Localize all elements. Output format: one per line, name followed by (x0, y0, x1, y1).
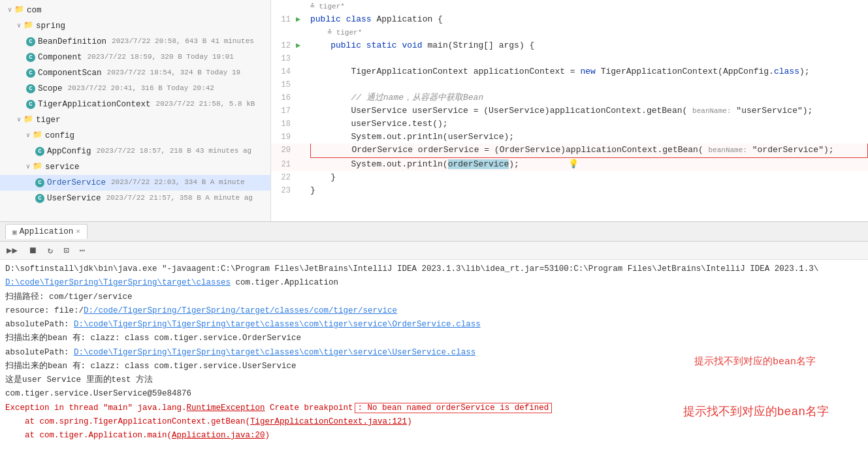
item-label: service (45, 161, 80, 174)
line-number: 12 (271, 39, 296, 52)
code-line[interactable]: 15 (271, 78, 868, 91)
sidebar-item-com[interactable]: ∨ 📁com (0, 3, 270, 18)
quickfix-icon[interactable]: 💡 (568, 158, 579, 171)
sidebar-item-AppConfig[interactable]: CAppConfig2023/7/22 18:57, 218 B 43 minu… (0, 144, 270, 159)
code-line[interactable]: 18 userService.test(); (271, 118, 868, 131)
code-line[interactable]: 17 UserService userService = (UserServic… (271, 104, 868, 118)
item-label: Component (38, 51, 82, 64)
sidebar-item-spring[interactable]: ∨ 📁spring (0, 18, 270, 34)
code-line[interactable]: 12▶ public static void main(String[] arg… (271, 39, 868, 52)
main-area: ∨ 📁com∨ 📁springCBeanDefinition2023/7/22 … (0, 0, 868, 222)
sidebar-item-Component[interactable]: CComponent2023/7/22 18:59, 320 B Today 1… (0, 50, 270, 65)
line-text: public class Application { (308, 13, 868, 26)
hint-text: 提示找不到对应的bean名字 (694, 354, 816, 371)
code-line[interactable]: 11▶public class Application { (271, 13, 868, 26)
code-line[interactable]: ≛ tiger* (271, 26, 868, 39)
keyword: class (774, 67, 799, 76)
item-meta: 2023/7/22 20:41, 316 B Today 20:42 (68, 83, 214, 95)
line-number: 11 (271, 13, 296, 26)
stack-trace-link[interactable]: TigerApplicationContext.java:121 (250, 417, 407, 426)
line-text: ≛ tiger* (308, 26, 868, 39)
line-text: TigerApplicationContext applicationConte… (308, 65, 868, 78)
console-text: absolutePath: D:\code\TigerSpring\TigerS… (5, 320, 481, 329)
console-line: com.tiger.service.UserService@59e84876 (5, 387, 863, 401)
restart-button[interactable]: ▶▶ (4, 243, 20, 257)
run-tab[interactable]: ▣ Application × (5, 224, 88, 239)
line-number: 19 (271, 131, 296, 144)
sidebar-item-ComponentScan[interactable]: CComponentScan2023/7/22 18:54, 324 B Tod… (0, 65, 270, 81)
code-line[interactable]: 16 // 通过name，从容器中获取Bean (271, 91, 868, 104)
item-label: UserService (47, 192, 101, 205)
console-text: absolutePath: D:\code\TigerSpring\TigerS… (5, 348, 475, 357)
stop-button[interactable]: ⏹ (25, 244, 40, 257)
console-link[interactable]: D:\code\TigerSpring\TigerSpring\target\c… (74, 348, 475, 357)
run-arrow-icon: ▶ (296, 39, 308, 52)
console-error: at com.spring.TigerApplicationContext.ge… (5, 417, 412, 426)
line-number: 13 (271, 52, 296, 65)
console-line: at com.spring.TigerApplicationContext.ge… (5, 415, 863, 429)
console-link[interactable]: D:\code\TigerSpring\TigerSpring\target\c… (5, 278, 231, 287)
console-line: at com.tiger.Application.main(Applicatio… (5, 429, 863, 443)
console-line: resource: file:/D:/code/TigerSpring/Tige… (5, 304, 863, 318)
sidebar-item-config[interactable]: ∨ 📁config (0, 128, 270, 144)
code-line[interactable]: 21 System.out.println(orderService);💡 (271, 158, 868, 171)
sidebar-item-BeanDefinition[interactable]: CBeanDefinition2023/7/22 20:58, 643 B 41… (0, 34, 270, 50)
line-text: System.out.println(orderService); (308, 158, 868, 171)
line-number: 15 (271, 78, 296, 91)
code-line[interactable]: 22 } (271, 171, 868, 184)
line-number: 20 (271, 144, 296, 157)
tab-close-button[interactable]: × (76, 228, 80, 236)
code-line[interactable]: 23} (271, 184, 868, 197)
keyword: new (580, 67, 595, 76)
param-hint: beanName: (709, 146, 747, 154)
item-label: ComponentScan (38, 67, 102, 80)
folder-chevron-icon: ∨ (26, 162, 30, 172)
console-error: at com.tiger.Application.main(Applicatio… (5, 431, 270, 440)
item-meta: 2023/7/22 18:54, 324 B Today 19 (107, 67, 241, 79)
console-text: resource: file:/D:/code/TigerSpring/Tige… (5, 306, 397, 315)
code-line[interactable]: 19 System.out.println(userService); (271, 131, 868, 144)
console-line: absolutePath: D:\code\TigerSpring\TigerS… (5, 318, 863, 332)
sidebar-item-service[interactable]: ∨ 📁service (0, 159, 270, 175)
pin-button[interactable]: ⊡ (61, 243, 71, 257)
console-text: com.tiger.service.UserService@59e84876 (5, 389, 191, 398)
file-tree[interactable]: ∨ 📁com∨ 📁springCBeanDefinition2023/7/22 … (0, 0, 271, 221)
console-error: Exception in thread "main" java.lang.Run… (5, 403, 552, 413)
item-meta: 2023/7/22 21:57, 358 B A minute ag (106, 193, 253, 204)
sidebar-item-tiger[interactable]: ∨ 📁tiger (0, 112, 270, 128)
line-number: 21 (271, 158, 296, 171)
folder-icon: 📁 (24, 20, 33, 32)
class-icon: C (26, 84, 35, 93)
code-line[interactable]: 13 (271, 52, 868, 65)
sidebar-item-OrderService[interactable]: COrderService2023/7/22 22:03, 334 B A mi… (0, 175, 270, 191)
item-meta: 2023/7/22 18:59, 320 B Today 19:01 (88, 52, 234, 63)
stack-trace-link2[interactable]: Application.java:20 (172, 431, 265, 440)
code-line[interactable]: 20 OrderService orderService = (OrderSer… (271, 144, 868, 158)
line-number: 14 (271, 65, 296, 78)
sidebar-item-TigerApplicationContext[interactable]: CTigerApplicationContext2023/7/22 21:58,… (0, 97, 270, 112)
more-button[interactable]: ⋯ (77, 243, 88, 257)
folder-chevron-icon: ∨ (17, 21, 21, 31)
console-text: com.tiger.Application (231, 278, 338, 287)
code-editor[interactable]: ≛ tiger*11▶public class Application { ≛ … (271, 0, 868, 221)
console-link[interactable]: D:\code\TigerSpring\TigerSpring\target\c… (74, 320, 481, 329)
sidebar-item-Scope[interactable]: CScope2023/7/22 20:41, 316 B Today 20:42 (0, 81, 270, 97)
tab-label: Application (20, 227, 74, 236)
runtime-exception-link[interactable]: RuntimeException (187, 403, 265, 413)
tab-icon: ▣ (12, 228, 17, 236)
code-line[interactable]: 14 TigerApplicationContext applicationCo… (271, 65, 868, 78)
keyword: class (346, 14, 372, 24)
item-label: Scope (38, 82, 63, 95)
line-text: public static void main(String[] args) { (308, 39, 868, 52)
line-number: 22 (271, 171, 296, 184)
sidebar-item-UserService[interactable]: CUserService2023/7/22 21:57, 358 B A min… (0, 191, 270, 206)
console-line: D:\code\TigerSpring\TigerSpring\target\c… (5, 276, 863, 290)
rerun-button[interactable]: ↻ (45, 243, 56, 257)
console-link[interactable]: D:/code/TigerSpring/TigerSpring/target/c… (84, 306, 397, 315)
folder-chevron-icon: ∨ (26, 131, 30, 141)
item-label: tiger (36, 114, 61, 127)
line-text: } (308, 171, 868, 184)
item-label: TigerApplicationContext (38, 98, 151, 111)
class-icon: C (35, 147, 44, 156)
item-meta: 2023/7/22 22:03, 334 B A minute (111, 177, 245, 189)
